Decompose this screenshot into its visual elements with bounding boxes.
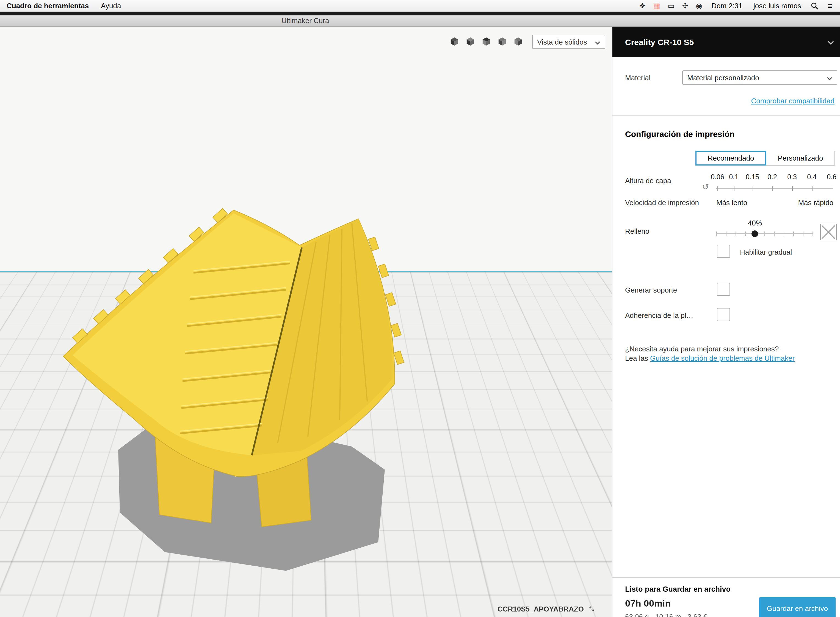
view-mode-label: Vista de sólidos [537, 38, 587, 46]
material-usage: 63.96 g · 10.16 m · 3.63 € [625, 613, 707, 617]
help-prefix: Lea las [625, 354, 650, 362]
menubar-user[interactable]: jose luis ramos [753, 1, 801, 10]
infill-value-wrap: 40% [716, 219, 813, 227]
tick-label: 0.06 [711, 173, 724, 181]
view-mode-dropdown[interactable]: Vista de sólidos [532, 35, 605, 49]
support-label: Generar soporte [625, 286, 677, 294]
menubar-clock[interactable]: Dom 2:31 [711, 1, 743, 10]
tick-label: 0.15 [746, 173, 759, 181]
tab-recommended[interactable]: Recomendado [696, 151, 766, 165]
view-front-icon[interactable] [466, 37, 475, 46]
infill-value: 40% [748, 219, 762, 227]
compatibility-link[interactable]: Comprobar compatibilidad [751, 97, 835, 105]
settings-panel: Creality CR-10 S5 Material Material pers… [612, 27, 840, 617]
model-name-row[interactable]: CCR10S5_APOYABRAZO ✎ [498, 605, 595, 613]
window-title: Ultimaker Cura [281, 16, 329, 25]
notification-center-icon[interactable]: ≡ [827, 1, 832, 10]
layer-height-tick-labels: 0.06 0.1 0.15 0.2 0.3 0.4 0.6 [716, 173, 833, 180]
view-controls [450, 37, 523, 46]
save-to-file-button[interactable]: Guardar en archivo [759, 597, 836, 617]
tick-label: 0.6 [827, 173, 836, 181]
setup-tabs: Recomendado Personalizado [696, 151, 835, 165]
chevron-down-icon [827, 37, 834, 47]
infill-label: Relleno [625, 227, 649, 235]
view-right-icon[interactable] [513, 37, 523, 46]
screen-record-icon[interactable]: ▦ [653, 0, 660, 12]
footer-divider [612, 577, 840, 578]
viewport-3d[interactable]: Vista de sólidos CCR10S5_APOYABRAZO ✎ [0, 27, 612, 617]
help-question: ¿Necesita ayuda para mejorar sus impresi… [625, 345, 779, 353]
menu-help[interactable]: Ayuda [95, 1, 127, 10]
material-dropdown[interactable]: Material personalizado [682, 70, 837, 85]
tick-label: 0.4 [807, 173, 816, 181]
tick-label: 0.1 [729, 173, 738, 181]
window-titlebar: Ultimaker Cura [0, 15, 840, 27]
section-divider [612, 115, 840, 116]
infill-slider-handle[interactable] [752, 230, 758, 237]
reset-icon[interactable]: ↺ [702, 182, 709, 192]
layer-height-slider[interactable] [716, 186, 833, 191]
adhesion-checkbox[interactable] [717, 308, 730, 321]
display-icon[interactable]: ▭ [668, 0, 675, 12]
desktop-gap [0, 12, 840, 15]
tick-label: 0.3 [787, 173, 797, 181]
slider-track [716, 233, 813, 234]
menu-bar: Cuadro de herramientas Ayuda ❖ ▦ ▭ ✣ ◉ D… [0, 0, 840, 12]
print-time: 07h 00min [625, 598, 671, 609]
chevron-down-icon [595, 38, 600, 46]
printer-name: Creality CR-10 S5 [625, 37, 694, 46]
view-3d-icon[interactable] [450, 37, 459, 46]
search-icon[interactable] [811, 2, 819, 10]
tab-custom[interactable]: Personalizado [766, 151, 835, 165]
main-area: Vista de sólidos CCR10S5_APOYABRAZO ✎ Cr… [0, 27, 840, 617]
speed-fast-label: Más rápido [798, 199, 833, 207]
chevron-down-icon [827, 74, 832, 82]
help-block: ¿Necesita ayuda para mejorar sus impresi… [625, 344, 795, 363]
troubleshooting-link[interactable]: Guías de solución de problemas de Ultima… [650, 354, 795, 362]
browser-icon[interactable]: ◉ [696, 0, 702, 12]
printer-selector[interactable]: Creality CR-10 S5 [612, 27, 840, 57]
tick-label: 0.2 [768, 173, 777, 181]
support-checkbox[interactable] [717, 283, 730, 296]
layer-height-label: Altura de capa [625, 177, 671, 185]
model-3d[interactable] [63, 208, 404, 571]
gradient-infill-icon[interactable] [820, 224, 837, 240]
speed-slow-label: Más lento [716, 199, 747, 207]
menu-toolbox[interactable]: Cuadro de herramientas [6, 1, 95, 10]
airdrop-icon[interactable]: ✣ [682, 0, 688, 12]
gradual-infill-label: Habilitar gradual [740, 248, 792, 256]
material-label: Material [625, 74, 651, 82]
model-canvas [0, 27, 612, 617]
dropbox-icon[interactable]: ❖ [639, 0, 645, 12]
material-value: Material personalizado [687, 74, 759, 82]
infill-slider[interactable] [716, 229, 813, 238]
print-setup-title: Configuración de impresión [625, 129, 734, 139]
adhesion-label: Adherencia de la pl… [625, 311, 694, 319]
model-name-text: CCR10S5_APOYABRAZO [498, 605, 584, 613]
print-speed-label: Velocidad de impresión [625, 199, 699, 207]
view-left-icon[interactable] [498, 37, 507, 46]
view-top-icon[interactable] [482, 37, 491, 46]
footer-status: Listo para Guardar en archivo [625, 585, 731, 593]
gradual-infill-checkbox[interactable] [717, 245, 730, 258]
pencil-icon[interactable]: ✎ [589, 605, 595, 613]
